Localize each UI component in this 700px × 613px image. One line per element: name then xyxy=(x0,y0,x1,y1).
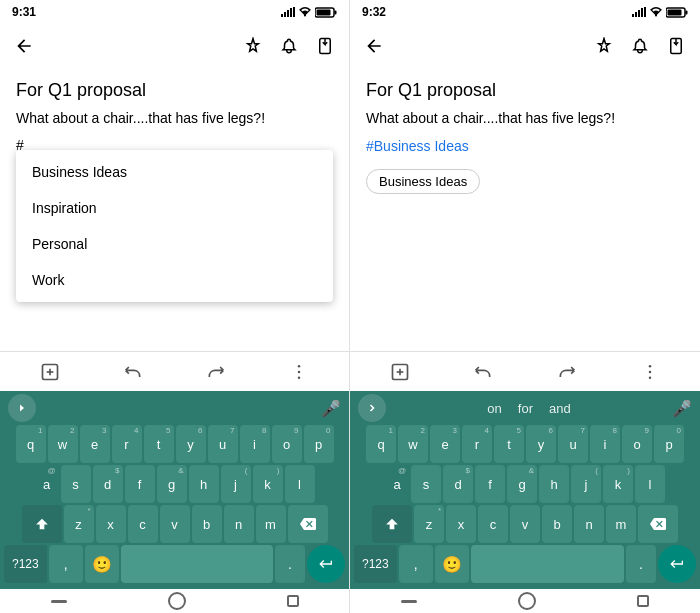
back-button-left[interactable] xyxy=(8,30,40,62)
key-h-left[interactable]: h xyxy=(189,465,219,503)
shift-key-left[interactable] xyxy=(22,505,62,543)
key-g-right[interactable]: g& xyxy=(507,465,537,503)
nav-home-left[interactable] xyxy=(168,592,186,610)
backspace-key-right[interactable] xyxy=(638,505,678,543)
bell-button-left[interactable] xyxy=(273,30,305,62)
mic-btn-right[interactable]: 🎤 xyxy=(672,399,692,418)
key-a-left[interactable]: a@ xyxy=(35,465,59,503)
add-button-left[interactable] xyxy=(34,356,66,388)
suggestion-for[interactable]: for xyxy=(518,401,533,416)
add-button-right[interactable] xyxy=(384,356,416,388)
key-r-right[interactable]: r4 xyxy=(462,425,492,463)
period-key-right[interactable]: . xyxy=(626,545,656,583)
redo-button-right[interactable] xyxy=(551,356,583,388)
pin-button-left[interactable] xyxy=(237,30,269,62)
autocomplete-item-3[interactable]: Work xyxy=(16,262,333,298)
key-x-left[interactable]: x xyxy=(96,505,126,543)
key-g-left[interactable]: g& xyxy=(157,465,187,503)
key-z-right[interactable]: z* xyxy=(414,505,444,543)
numeric-key-right[interactable]: ?123 xyxy=(354,545,397,583)
backspace-key-left[interactable] xyxy=(288,505,328,543)
enter-key-left[interactable] xyxy=(307,545,345,583)
key-k-left[interactable]: k) xyxy=(253,465,283,503)
nav-recents-right[interactable] xyxy=(637,595,649,607)
key-s-right[interactable]: s xyxy=(411,465,441,503)
key-i-left[interactable]: i8 xyxy=(240,425,270,463)
key-b-right[interactable]: b xyxy=(542,505,572,543)
pin-button-right[interactable] xyxy=(588,30,620,62)
key-f-left[interactable]: f xyxy=(125,465,155,503)
key-m-left[interactable]: m xyxy=(256,505,286,543)
save-button-right[interactable] xyxy=(660,30,692,62)
redo-button-left[interactable] xyxy=(200,356,232,388)
hashtag-link-right[interactable]: #Business Ideas xyxy=(366,138,469,154)
keyboard-expand-btn-right[interactable] xyxy=(358,394,386,422)
numeric-key-left[interactable]: ?123 xyxy=(4,545,47,583)
key-d-right[interactable]: d$ xyxy=(443,465,473,503)
key-p-left[interactable]: p0 xyxy=(304,425,334,463)
key-t-left[interactable]: t5 xyxy=(144,425,174,463)
autocomplete-item-2[interactable]: Personal xyxy=(16,226,333,262)
autocomplete-item-0[interactable]: Business Ideas xyxy=(16,154,333,190)
key-t-right[interactable]: t5 xyxy=(494,425,524,463)
key-x-right[interactable]: x xyxy=(446,505,476,543)
save-button-left[interactable] xyxy=(309,30,341,62)
key-h-right[interactable]: h xyxy=(539,465,569,503)
more-button-right[interactable] xyxy=(634,356,666,388)
key-e-left[interactable]: e3 xyxy=(80,425,110,463)
key-c-right[interactable]: c xyxy=(478,505,508,543)
comma-key-right[interactable]: , xyxy=(399,545,433,583)
space-key-right[interactable] xyxy=(471,545,624,583)
key-n-right[interactable]: n xyxy=(574,505,604,543)
nav-back-left[interactable] xyxy=(51,600,67,603)
key-k-right[interactable]: k) xyxy=(603,465,633,503)
key-u-right[interactable]: u7 xyxy=(558,425,588,463)
more-button-left[interactable] xyxy=(283,356,315,388)
key-l-right[interactable]: l xyxy=(635,465,665,503)
key-f-right[interactable]: f xyxy=(475,465,505,503)
key-u-left[interactable]: u7 xyxy=(208,425,238,463)
key-b-left[interactable]: b xyxy=(192,505,222,543)
key-w-right[interactable]: w2 xyxy=(398,425,428,463)
emoji-key-right[interactable]: 🙂 xyxy=(435,545,469,583)
key-v-left[interactable]: v xyxy=(160,505,190,543)
key-y-right[interactable]: y6 xyxy=(526,425,556,463)
enter-key-right[interactable] xyxy=(658,545,696,583)
key-o-left[interactable]: o9 xyxy=(272,425,302,463)
back-button-right[interactable] xyxy=(358,30,390,62)
key-o-right[interactable]: o9 xyxy=(622,425,652,463)
undo-button-left[interactable] xyxy=(117,356,149,388)
key-l-left[interactable]: l xyxy=(285,465,315,503)
key-z-left[interactable]: z* xyxy=(64,505,94,543)
key-y-left[interactable]: y6 xyxy=(176,425,206,463)
mic-btn-left[interactable]: 🎤 xyxy=(321,399,341,418)
key-i-right[interactable]: i8 xyxy=(590,425,620,463)
period-key-left[interactable]: . xyxy=(275,545,305,583)
shift-key-right[interactable] xyxy=(372,505,412,543)
key-q-left[interactable]: q1 xyxy=(16,425,46,463)
space-key-left[interactable] xyxy=(121,545,273,583)
suggestion-and[interactable]: and xyxy=(549,401,571,416)
key-e-right[interactable]: e3 xyxy=(430,425,460,463)
emoji-key-left[interactable]: 🙂 xyxy=(85,545,119,583)
bell-button-right[interactable] xyxy=(624,30,656,62)
nav-recents-left[interactable] xyxy=(287,595,299,607)
undo-button-right[interactable] xyxy=(467,356,499,388)
key-p-right[interactable]: p0 xyxy=(654,425,684,463)
key-m-right[interactable]: m xyxy=(606,505,636,543)
autocomplete-item-1[interactable]: Inspiration xyxy=(16,190,333,226)
key-j-left[interactable]: j( xyxy=(221,465,251,503)
nav-back-right[interactable] xyxy=(401,600,417,603)
suggestion-on[interactable]: on xyxy=(487,401,501,416)
keyboard-expand-btn-left[interactable] xyxy=(8,394,36,422)
key-r-left[interactable]: r4 xyxy=(112,425,142,463)
tag-chip-right[interactable]: Business Ideas xyxy=(366,169,480,194)
key-c-left[interactable]: c xyxy=(128,505,158,543)
key-d-left[interactable]: d$ xyxy=(93,465,123,503)
key-w-left[interactable]: w2 xyxy=(48,425,78,463)
key-n-left[interactable]: n xyxy=(224,505,254,543)
key-j-right[interactable]: j( xyxy=(571,465,601,503)
key-a-right[interactable]: a@ xyxy=(385,465,409,503)
nav-home-right[interactable] xyxy=(518,592,536,610)
key-s-left[interactable]: s xyxy=(61,465,91,503)
